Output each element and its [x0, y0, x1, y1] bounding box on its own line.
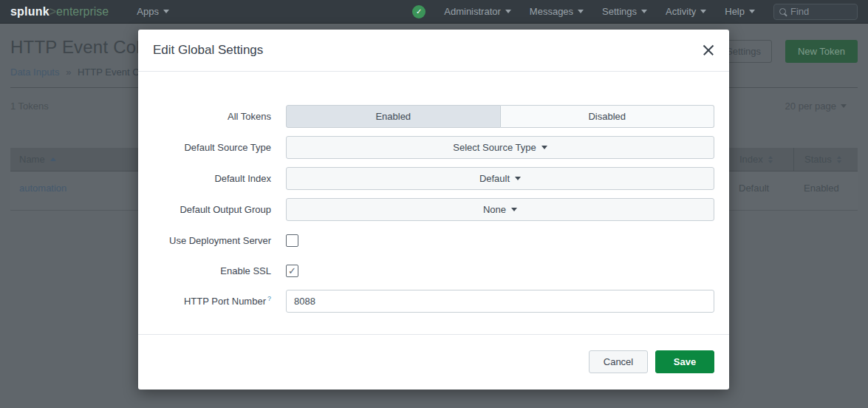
health-status-icon[interactable]: ✓ — [412, 5, 426, 18]
page-title: HTTP Event Coll — [10, 37, 144, 58]
enable-ssl-control: ✓ — [286, 265, 714, 277]
default-index-control: Default — [286, 167, 714, 190]
dialog-header: Edit Global Settings — [138, 30, 729, 72]
default-source-type-row: Default Source Type Select Source Type — [153, 136, 714, 159]
chevron-down-icon — [511, 208, 517, 211]
use-deployment-server-label: Use Deployment Server — [153, 235, 271, 246]
logo-gt-icon: > — [49, 5, 56, 18]
http-port-input[interactable] — [286, 290, 714, 313]
token-index-cell: Default — [728, 171, 793, 210]
settings-menu[interactable]: Settings — [602, 6, 647, 17]
chevron-down-icon — [841, 104, 847, 108]
default-source-type-dropdown[interactable]: Select Source Type — [286, 136, 714, 159]
breadcrumb-link-data-inputs[interactable]: Data Inputs — [10, 67, 60, 78]
chevron-down-icon — [700, 10, 706, 13]
edit-global-settings-dialog: Edit Global Settings All Tokens Enabled … — [138, 30, 729, 390]
apps-menu[interactable]: Apps — [137, 6, 169, 17]
default-source-type-control: Select Source Type — [286, 136, 714, 159]
default-index-value: Default — [479, 173, 510, 184]
token-status-cell: Enabled — [793, 171, 858, 210]
messages-menu[interactable]: Messages — [530, 6, 584, 17]
help-tooltip-icon[interactable]: ? — [267, 295, 271, 302]
breadcrumb-current: HTTP Event Co — [78, 67, 145, 78]
chevron-down-icon — [505, 10, 511, 13]
chevron-down-icon — [541, 146, 547, 149]
default-output-group-row: Default Output Group None — [153, 198, 714, 221]
column-header-index[interactable]: Index — [728, 148, 793, 171]
all-tokens-row: All Tokens Enabled Disabled — [153, 105, 714, 128]
chevron-down-icon — [641, 10, 647, 13]
all-tokens-control: Enabled Disabled — [286, 105, 714, 128]
http-port-label: HTTP Port Number? — [153, 295, 271, 307]
default-output-group-control: None — [286, 198, 714, 221]
default-index-row: Default Index Default — [153, 167, 714, 190]
top-navigation-bar: splunk > enterprise Apps ✓ Administrator… — [0, 0, 868, 24]
activity-menu[interactable]: Activity — [666, 6, 706, 17]
all-tokens-disabled-button[interactable]: Disabled — [501, 105, 715, 128]
dialog-title: Edit Global Settings — [153, 43, 263, 58]
topbar-right-group: ✓ Administrator Messages Settings Activi… — [412, 4, 858, 20]
logo-product: enterprise — [56, 5, 109, 18]
default-index-dropdown[interactable]: Default — [286, 167, 714, 190]
column-header-status[interactable]: Status — [793, 148, 858, 171]
administrator-menu[interactable]: Administrator — [444, 6, 511, 17]
new-token-button[interactable]: New Token — [785, 40, 858, 63]
default-source-type-value: Select Source Type — [453, 142, 536, 153]
http-port-row: HTTP Port Number? — [153, 290, 714, 313]
use-deployment-server-row: Use Deployment Server — [153, 234, 714, 247]
column-header-name-label: Name — [19, 154, 45, 165]
apps-menu-label: Apps — [137, 6, 159, 17]
all-tokens-toggle: Enabled Disabled — [286, 105, 714, 128]
check-icon: ✓ — [288, 266, 296, 276]
activity-menu-label: Activity — [666, 6, 696, 17]
settings-menu-label: Settings — [602, 6, 637, 17]
dialog-footer: Cancel Save — [138, 334, 729, 390]
cancel-button[interactable]: Cancel — [589, 350, 648, 373]
dialog-body: All Tokens Enabled Disabled Default Sour… — [138, 72, 729, 313]
search-icon — [779, 8, 786, 15]
chevron-down-icon — [163, 10, 169, 13]
chevron-down-icon — [515, 177, 521, 180]
sort-icon — [768, 156, 773, 163]
default-output-group-value: None — [483, 204, 506, 215]
chevron-down-icon — [578, 10, 584, 13]
search-input[interactable] — [790, 6, 852, 17]
find-search-box[interactable] — [773, 4, 858, 20]
all-tokens-label: All Tokens — [153, 111, 271, 122]
use-deployment-server-control — [286, 234, 714, 247]
save-button[interactable]: Save — [655, 350, 714, 373]
default-source-type-label: Default Source Type — [153, 142, 271, 153]
check-icon: ✓ — [416, 8, 422, 16]
all-tokens-enabled-button[interactable]: Enabled — [286, 105, 501, 128]
splunk-logo[interactable]: splunk > enterprise — [10, 5, 109, 18]
default-index-label: Default Index — [153, 173, 271, 184]
close-icon[interactable] — [703, 44, 714, 56]
sort-icon — [837, 156, 841, 163]
default-output-group-dropdown[interactable]: None — [286, 198, 714, 221]
per-page-label: 20 per page — [785, 101, 836, 112]
enable-ssl-row: Enable SSL ✓ — [153, 265, 714, 277]
column-header-index-label: Index — [739, 154, 763, 165]
token-name-link[interactable]: automation — [19, 183, 66, 194]
chevron-down-icon — [749, 10, 755, 13]
default-output-group-label: Default Output Group — [153, 204, 271, 215]
use-deployment-server-checkbox[interactable] — [286, 234, 298, 247]
administrator-menu-label: Administrator — [444, 6, 501, 17]
breadcrumb-separator: » — [66, 67, 71, 78]
logo-brand: splunk — [10, 5, 49, 18]
enable-ssl-label: Enable SSL — [153, 265, 271, 276]
per-page-dropdown[interactable]: 20 per page — [785, 101, 847, 112]
messages-menu-label: Messages — [530, 6, 573, 17]
http-port-label-text: HTTP Port Number — [184, 296, 266, 307]
sort-ascending-icon — [50, 157, 56, 161]
column-header-status-label: Status — [804, 154, 832, 165]
token-count: 1 Tokens — [10, 101, 49, 112]
help-menu-label: Help — [725, 6, 745, 17]
breadcrumb: Data Inputs » HTTP Event Co — [10, 67, 145, 78]
http-port-control — [286, 290, 714, 313]
help-menu[interactable]: Help — [725, 6, 755, 17]
enable-ssl-checkbox[interactable]: ✓ — [286, 265, 298, 277]
